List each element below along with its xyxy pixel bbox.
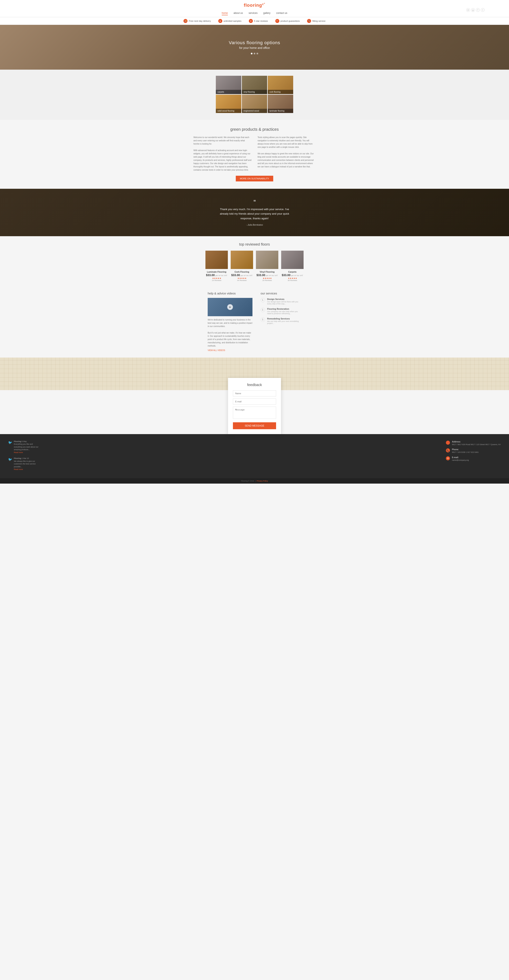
social-icon-google[interactable]: g [471,8,475,12]
hero-dot-2[interactable] [254,53,255,54]
product-reviews-laminate: 24 Reviews [205,279,228,282]
footer-copyright: Flooring © 2016 [241,480,254,482]
send-button[interactable]: SEND MESSAGE [233,422,276,429]
tweet-content-2: Flooring 1 Mar 15 We always like to give… [14,457,41,471]
play-button[interactable] [227,304,233,310]
nav-services[interactable]: services [248,12,258,15]
grid-label-carpets: carpets [216,90,241,94]
product-card-laminate[interactable]: Laminate Flooring $33.00 per m² inc VAT … [205,251,228,282]
hero-subheading: for your home and office [229,46,280,49]
service-item-design: 1. Design Services Our design team will … [261,298,301,305]
service-desc-restoration: Our company can also help when you need … [267,310,301,315]
logo-text: flooring [244,3,262,8]
product-name-cork: Cork Flooring [231,270,253,273]
name-input[interactable] [233,390,276,396]
products-row: Laminate Flooring $33.00 per m² inc VAT … [4,251,505,282]
footer-contact: 📍 Address: 9817 / 9817-929 Road 9817 / 1… [446,440,501,474]
truck-icon: 🚚 [183,19,188,23]
green-section: green products & practices Welcome to ou… [0,120,509,189]
green-col-2: Texts styling allows you to scan the pag… [258,136,316,172]
features-bar: 🚚 Free next day delivery ◈ unlimited sam… [0,17,509,25]
help-text-1: We're dedicated to running your business… [208,318,253,328]
help-services-section: help & advice videos We're dedicated to … [0,288,509,358]
twitter-icon-1: 🐦 [8,441,12,444]
hero-dot-3[interactable] [256,53,258,54]
product-card-vinyl[interactable]: Vinyl Flooring $33.00 per m² inc VAT ★★★… [256,251,278,282]
tweet-link-1[interactable]: Read more [14,452,23,453]
social-icon-facebook[interactable]: f [476,8,480,12]
product-price-laminate: $33.00 per m² inc VAT [205,274,228,277]
services-heading: our services [261,291,301,295]
hero-heading: Various flooring options [229,40,280,45]
shield-icon: 🛡 [275,19,279,23]
service-item-remodeling: 3. Remodeling Services We can help with … [261,317,301,325]
product-reviews-cork: 44 Reviews [231,279,253,282]
grid-item-vinyl[interactable]: vinyl flooring [242,76,267,94]
grid-label-laminate: laminate flooring [268,109,293,113]
logo: flooringc° [244,2,265,8]
hero-section: Various flooring options for your home a… [0,25,509,70]
grid-item-solid[interactable]: solid wood flooring [216,95,241,113]
product-img-cork [231,251,253,269]
testimonial-section: ❝ Thank you very much. I'm impressed wit… [0,189,509,236]
footer-bottom: Flooring © 2016 | Privacy Policy [0,478,509,484]
service-item-restoration: 2. Flooring Restoration Our company can … [261,308,301,315]
email-icon: ✉ [446,456,450,460]
product-name-laminate: Laminate Flooring [205,270,228,273]
feature-reviews: ★ 5 star reviews [249,19,268,23]
testimonial-quote: Thank you very much. I'm impressed with … [216,207,293,221]
feature-samples: ◈ unlimited samples [218,19,242,23]
view-all-link[interactable]: VIEW ALL VIDEOS [208,349,253,352]
email-input[interactable] [233,398,276,404]
service-num-3: 3. [261,317,265,322]
feedback-heading: feedback [233,383,276,387]
hero-dot-1[interactable] [251,53,253,54]
quote-mark-icon: ❝ [4,199,505,205]
contact-email-text: E-mail: name@company.org [452,456,469,462]
product-name-vinyl: Vinyl Flooring [256,270,278,273]
social-icon-rss[interactable]: ● [466,8,470,12]
contact-phone-text: Phone: 9817 / 103-5338 1 917 622-5461 [452,448,479,454]
product-reviews-vinyl: 29 Reviews [256,279,278,282]
privacy-link[interactable]: Privacy Policy [256,480,268,482]
footer-tweets: 🐦 Flooring 5 May Everything you like and… [8,440,41,474]
grid-label-engineered: engineered wood [242,109,267,113]
testimonial-author: - Julia Bernkatoo [4,224,505,226]
feature-fitting: 🔧 fitting service [307,19,325,23]
nav-home[interactable]: home [222,12,228,15]
flooring-grid: carpets vinyl flooring cork flooring sol… [0,70,509,120]
sustainability-button[interactable]: MORE ON SUSTAINABILITY [236,176,273,181]
grid-item-laminate[interactable]: laminate flooring [268,95,293,113]
logo-accent: c° [262,2,265,6]
product-card-cork[interactable]: Cork Flooring $33.00 per m² inc VAT ★★★★… [231,251,253,282]
product-img-laminate [205,251,228,269]
product-stars-laminate: ★★★★★ [205,277,228,279]
video-thumbnail[interactable] [208,298,253,316]
product-img-vinyl [256,251,278,269]
nav-gallery[interactable]: gallery [263,12,270,15]
tweet-link-2[interactable]: Read more [14,468,23,470]
product-stars-vinyl: ★★★★★ [256,277,278,279]
social-icon-twitter[interactable]: t [481,8,485,12]
contact-phone: 📞 Phone: 9817 / 103-5338 1 917 622-5461 [446,448,501,454]
contact-email: ✉ E-mail: name@company.org [446,456,501,462]
product-card-carpets[interactable]: Carpets $33.00 per m² inc VAT ★★★★★ 38 R… [281,251,304,282]
feature-delivery: 🚚 Free next day delivery [183,19,211,23]
grid-item-cork[interactable]: cork flooring [268,76,293,94]
feedback-overlay: feedback SEND MESSAGE [0,378,509,434]
service-name-restoration: Flooring Restoration [267,308,301,310]
address-icon: 📍 [446,441,450,445]
wrench-icon: 🔧 [307,19,311,23]
product-name-carpets: Carpets [281,270,304,273]
grid-item-engineered[interactable]: engineered wood [242,95,267,113]
product-stars-cork: ★★★★★ [231,277,253,279]
product-price-carpets: $33.00 per m² inc VAT [281,274,304,277]
nav-contact[interactable]: contact us [276,12,287,15]
product-price-cork: $33.00 per m² inc VAT [231,274,253,277]
grid-item-carpets[interactable]: carpets [216,76,241,94]
nav-about[interactable]: about us [234,12,243,15]
message-input[interactable] [233,407,276,419]
star-icon: ★ [249,19,253,23]
service-name-remodeling: Remodeling Services [267,317,301,320]
grid-label-solid: solid wood flooring [216,109,241,113]
